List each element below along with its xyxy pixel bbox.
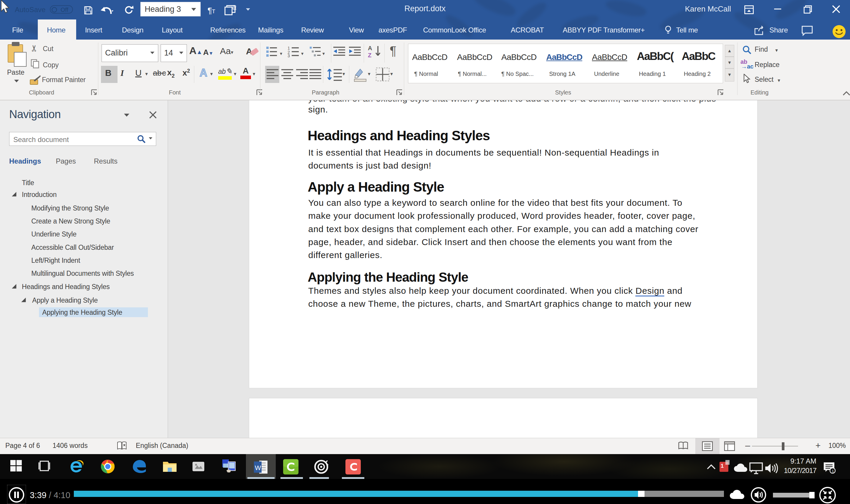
svg-text:W: W	[255, 464, 261, 471]
svg-text:A: A	[368, 45, 372, 51]
svg-text:3: 3	[288, 53, 290, 57]
svg-text:1: 1	[832, 469, 834, 473]
svg-text:Z: Z	[368, 52, 372, 58]
